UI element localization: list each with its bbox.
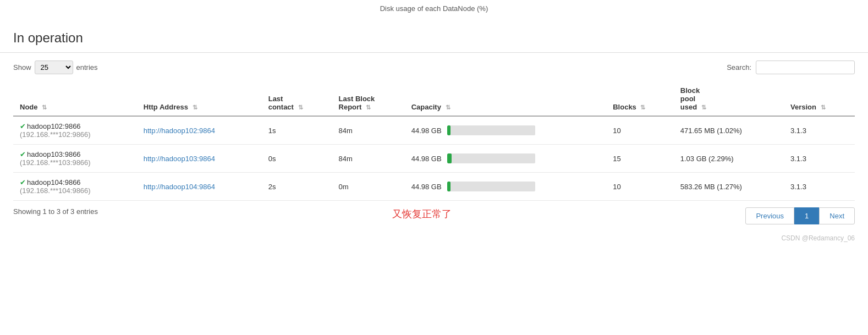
node-cell-0: ✔hadoop102:9866 (192.168.***102:9866) <box>13 116 137 145</box>
search-input[interactable] <box>756 61 855 74</box>
node-sub-1: (192.168.***103:9866) <box>20 158 91 167</box>
node-cell-2: ✔hadoop104:9866 (192.168.***104:9866) <box>13 173 137 201</box>
last-block-cell-0: 84m <box>332 116 405 145</box>
top-title: Disk usage of each DataNode (%) <box>0 0 868 21</box>
node-name-2: hadoop104:9866 <box>27 178 81 186</box>
last-contact-cell-1: 0s <box>262 145 332 173</box>
section-title: In operation <box>0 21 868 53</box>
last-contact-cell-0: 1s <box>262 116 332 145</box>
table-controls: Show 25 10 50 100 entries Search: <box>0 53 868 82</box>
last-block-cell-1: 84m <box>332 145 405 173</box>
check-icon-1: ✔ <box>20 150 26 158</box>
node-sub-2: (192.168.***104:9866) <box>20 186 91 195</box>
node-name-0: hadoop102:9866 <box>27 122 81 130</box>
col-header-last-block[interactable]: Last BlockReport ⇅ <box>332 82 405 116</box>
col-header-blocks[interactable]: Blocks ⇅ <box>606 82 674 116</box>
datanodes-table: Node ⇅ Http Address ⇅ Lastcontact ⇅ Last… <box>13 82 855 201</box>
capacity-bar-fill-1 <box>447 153 452 163</box>
col-header-version[interactable]: Version ⇅ <box>784 82 855 116</box>
footer-center: 又恢复正常了 <box>98 207 746 221</box>
http-cell-1: http://hadoop103:9864 <box>137 145 262 173</box>
table-row: ✔hadoop102:9866 (192.168.***102:9866) ht… <box>13 116 855 145</box>
last-block-cell-2: 0m <box>332 173 405 201</box>
check-icon-2: ✔ <box>20 178 26 186</box>
sort-icon-contact: ⇅ <box>298 104 303 111</box>
capacity-bar-fill-2 <box>447 182 451 191</box>
next-button[interactable]: Next <box>819 207 855 224</box>
sort-icon-pool: ⇅ <box>701 104 706 111</box>
version-cell-0: 3.1.3 <box>784 116 855 145</box>
entries-per-page-select[interactable]: 25 10 50 100 <box>35 61 73 74</box>
http-link-1[interactable]: http://hadoop103:9864 <box>144 155 215 163</box>
node-sub-0: (192.168.***102:9866) <box>20 130 91 139</box>
pool-cell-0: 471.65 MB (1.02%) <box>674 116 784 145</box>
page-1-button[interactable]: 1 <box>794 207 819 224</box>
capacity-cell-2: 44.98 GB <box>405 173 607 201</box>
capacity-bar-fill-0 <box>447 125 451 135</box>
capacity-bar-wrapper-1 <box>447 153 535 163</box>
table-head: Node ⇅ Http Address ⇅ Lastcontact ⇅ Last… <box>13 82 855 116</box>
col-header-node[interactable]: Node ⇅ <box>13 82 137 116</box>
table-body: ✔hadoop102:9866 (192.168.***102:9866) ht… <box>13 116 855 201</box>
sort-icon-blocks: ⇅ <box>640 104 645 111</box>
col-header-http[interactable]: Http Address ⇅ <box>137 82 262 116</box>
check-icon-0: ✔ <box>20 122 26 130</box>
blocks-cell-2: 10 <box>606 173 674 201</box>
node-cell-1: ✔hadoop103:9866 (192.168.***103:9866) <box>13 145 137 173</box>
notice-text: 又恢复正常了 <box>392 208 452 219</box>
capacity-text-1: 44.98 GB <box>411 155 442 163</box>
watermark: CSDN @Redamancy_06 <box>0 231 868 248</box>
sort-icon-http: ⇅ <box>193 104 197 111</box>
node-name-1: hadoop103:9866 <box>27 150 81 158</box>
search-box: Search: <box>727 61 855 74</box>
sort-icon-version: ⇅ <box>821 104 826 111</box>
blocks-cell-1: 15 <box>606 145 674 173</box>
entries-info: Showing 1 to 3 of 3 entries <box>13 207 98 216</box>
table-wrapper: Node ⇅ Http Address ⇅ Lastcontact ⇅ Last… <box>0 82 868 201</box>
table-row: ✔hadoop103:9866 (192.168.***103:9866) ht… <box>13 145 855 173</box>
show-entries-control: Show 25 10 50 100 entries <box>13 61 98 74</box>
pagination: Previous 1 Next <box>745 207 855 224</box>
header-row: Node ⇅ Http Address ⇅ Lastcontact ⇅ Last… <box>13 82 855 116</box>
http-cell-2: http://hadoop104:9864 <box>137 173 262 201</box>
capacity-text-2: 44.98 GB <box>411 183 442 191</box>
pool-cell-2: 583.26 MB (1.27%) <box>674 173 784 201</box>
blocks-cell-0: 10 <box>606 116 674 145</box>
entries-label: entries <box>76 63 98 72</box>
version-cell-2: 3.1.3 <box>784 173 855 201</box>
capacity-text-0: 44.98 GB <box>411 127 442 135</box>
col-header-pool[interactable]: Blockpoolused ⇅ <box>674 82 784 116</box>
footer-row: Showing 1 to 3 of 3 entries 又恢复正常了 Previ… <box>0 201 868 231</box>
sort-icon-block: ⇅ <box>366 104 371 111</box>
col-header-capacity[interactable]: Capacity ⇅ <box>405 82 607 116</box>
sort-icon-node: ⇅ <box>42 104 47 111</box>
capacity-cell-0: 44.98 GB <box>405 116 607 145</box>
capacity-cell-1: 44.98 GB <box>405 145 607 173</box>
show-label: Show <box>13 63 31 72</box>
pool-cell-1: 1.03 GB (2.29%) <box>674 145 784 173</box>
previous-button[interactable]: Previous <box>745 207 794 224</box>
capacity-bar-wrapper-0 <box>447 125 535 135</box>
capacity-bar-wrapper-2 <box>447 182 535 191</box>
last-contact-cell-2: 2s <box>262 173 332 201</box>
http-link-2[interactable]: http://hadoop104:9864 <box>144 183 215 191</box>
sort-icon-capacity: ⇅ <box>446 104 451 111</box>
col-header-last-contact[interactable]: Lastcontact ⇅ <box>262 82 332 116</box>
table-row: ✔hadoop104:9866 (192.168.***104:9866) ht… <box>13 173 855 201</box>
http-link-0[interactable]: http://hadoop102:9864 <box>144 127 215 135</box>
search-label: Search: <box>727 63 751 72</box>
http-cell-0: http://hadoop102:9864 <box>137 116 262 145</box>
version-cell-1: 3.1.3 <box>784 145 855 173</box>
